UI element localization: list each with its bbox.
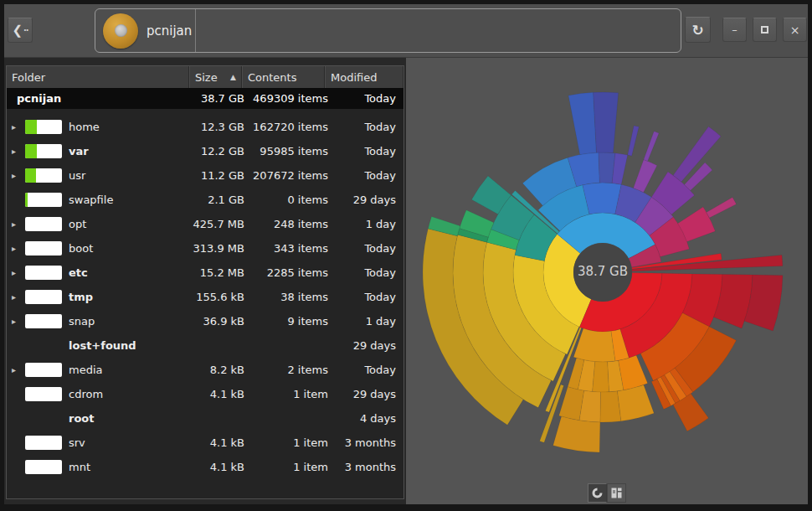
- ring-segment[interactable]: [617, 385, 654, 421]
- disk-icon: [103, 13, 138, 49]
- folder-row-snap[interactable]: ▸snap36.9 kB9 items1 day: [7, 309, 403, 333]
- treemap-chart-button[interactable]: [607, 483, 626, 503]
- maximize-button[interactable]: [753, 18, 777, 42]
- expander-icon[interactable]: ▸: [12, 244, 25, 253]
- usage-bar: [25, 241, 62, 256]
- folder-row-swapfile[interactable]: swapfile2.1 GB0 items29 days: [7, 188, 403, 212]
- usage-bar: [25, 168, 62, 183]
- refresh-icon: ↻: [691, 22, 703, 39]
- folder-size: 4.1 kB: [189, 436, 248, 449]
- folder-modified: Today: [331, 242, 403, 255]
- folder-name: snap: [69, 315, 95, 328]
- usage-bar: [25, 144, 62, 158]
- folder-size: 12.2 GB: [189, 145, 248, 157]
- refresh-button[interactable]: ↻: [685, 17, 711, 43]
- folder-size: 15.2 MB: [189, 266, 248, 279]
- folder-size: 8.2 kB: [189, 364, 248, 376]
- folder-row-var[interactable]: ▸var12.2 GB95985 itemsToday: [7, 139, 403, 163]
- folder-modified: 3 months: [331, 461, 403, 473]
- expander-icon[interactable]: ▸: [12, 219, 25, 229]
- folder-row-srv[interactable]: srv4.1 kB1 item3 months: [7, 431, 403, 455]
- expander-icon[interactable]: ▸: [12, 171, 25, 180]
- folder-contents: 2285 items: [248, 266, 331, 279]
- ring-segment[interactable]: [634, 160, 657, 193]
- folder-size: 12.3 GB: [189, 121, 248, 133]
- folder-row-cdrom[interactable]: cdrom4.1 kB1 item29 days: [7, 382, 403, 406]
- close-icon: ×: [790, 23, 800, 37]
- folder-name: boot: [69, 242, 93, 255]
- expander-icon[interactable]: ▸: [12, 268, 25, 277]
- expander-icon[interactable]: ▸: [12, 122, 25, 132]
- folder-row-tmp[interactable]: ▸tmp155.6 kB38 itemsToday: [7, 285, 403, 309]
- root-contents: 469309 items: [248, 92, 331, 105]
- usage-bar: [25, 436, 62, 450]
- folder-size: 4.1 kB: [189, 388, 248, 400]
- usage-bar: [25, 120, 62, 134]
- folder-row-media[interactable]: ▸media8.2 kB2 itemsToday: [7, 358, 403, 382]
- ring-segment[interactable]: [707, 198, 737, 219]
- column-header-size[interactable]: Size ▲: [189, 66, 242, 88]
- usage-bar: [25, 314, 62, 328]
- rings-chart[interactable]: [406, 58, 808, 504]
- ring-segment[interactable]: [559, 387, 584, 421]
- folder-row-lost+found[interactable]: lost+found29 days: [7, 333, 403, 358]
- ring-segment[interactable]: [568, 92, 597, 154]
- folder-contents: 162720 items: [248, 121, 331, 133]
- ring-segment[interactable]: [553, 416, 600, 452]
- ring-segment[interactable]: [594, 92, 619, 153]
- folder-row-boot[interactable]: ▸boot313.9 MB343 itemsToday: [7, 236, 403, 261]
- folder-name: lost+found: [69, 339, 136, 352]
- root-row-selected[interactable]: pcnijan 38.7 GB 469309 items Today: [7, 88, 403, 109]
- close-button[interactable]: ×: [783, 18, 807, 42]
- folder-modified: Today: [331, 145, 403, 157]
- column-header-contents[interactable]: Contents: [242, 66, 325, 88]
- minimize-button[interactable]: –: [722, 18, 747, 42]
- folder-row-etc[interactable]: ▸etc15.2 MB2285 itemsToday: [7, 261, 403, 285]
- table-header: Folder Size ▲ Contents Modified: [7, 66, 403, 88]
- folder-name: swapfile: [69, 194, 113, 206]
- folder-name: root: [69, 412, 95, 425]
- folder-modified: Today: [331, 169, 403, 182]
- folder-size: 4.1 kB: [189, 461, 248, 473]
- expander-icon[interactable]: ▸: [12, 365, 25, 374]
- folder-row-home[interactable]: ▸home12.3 GB162720 itemsToday: [7, 115, 403, 139]
- back-icon-dots: ··: [23, 26, 28, 35]
- column-header-modified[interactable]: Modified: [325, 66, 403, 88]
- expander-icon[interactable]: ▸: [12, 292, 25, 302]
- device-button[interactable]: pcnijan: [95, 9, 196, 52]
- ring-segment[interactable]: [644, 132, 659, 162]
- usage-bar: [25, 266, 62, 280]
- back-icon: ❮: [12, 23, 23, 38]
- ring-segment[interactable]: [600, 391, 621, 422]
- root-size: 38.7 GB: [189, 92, 248, 105]
- maximize-icon: [761, 26, 768, 34]
- rings-chart-button[interactable]: [588, 483, 607, 503]
- ring-segment[interactable]: [628, 126, 640, 156]
- rings-chart-panel: 38.7 GB: [406, 58, 808, 504]
- folder-row-usr[interactable]: ▸usr11.2 GB207672 itemsToday: [7, 163, 403, 188]
- folder-list-panel: Folder Size ▲ Contents Modified pcnijan …: [4, 58, 406, 504]
- folder-row-mnt[interactable]: mnt4.1 kB1 item3 months: [7, 455, 403, 479]
- folder-modified: 1 day: [331, 315, 403, 328]
- device-label: pcnijan: [146, 23, 192, 39]
- folder-contents: 1 item: [248, 388, 331, 400]
- folder-row-opt[interactable]: ▸opt425.7 MB248 items1 day: [7, 212, 403, 236]
- expander-icon[interactable]: ▸: [12, 317, 25, 326]
- folder-contents: 343 items: [248, 242, 331, 255]
- folder-row-root[interactable]: root4 days: [7, 406, 403, 431]
- column-header-folder[interactable]: Folder: [7, 66, 189, 88]
- usage-bar: [25, 193, 62, 207]
- folder-modified: Today: [331, 364, 403, 376]
- ring-segment[interactable]: [573, 328, 615, 362]
- folder-size: 155.6 kB: [189, 291, 248, 303]
- root-modified: Today: [331, 92, 403, 105]
- folder-name: cdrom: [69, 388, 103, 400]
- folder-modified: 4 days: [331, 412, 403, 425]
- back-button[interactable]: ❮··: [8, 18, 33, 43]
- ring-segment[interactable]: [583, 183, 621, 214]
- minimize-icon: –: [732, 23, 737, 36]
- usage-bar: [25, 363, 62, 377]
- folder-contents: 207672 items: [248, 169, 331, 182]
- expander-icon[interactable]: ▸: [12, 147, 25, 156]
- disk-usage-analyzer-window: ❮·· pcnijan ↻ – × Folder: [0, 0, 812, 511]
